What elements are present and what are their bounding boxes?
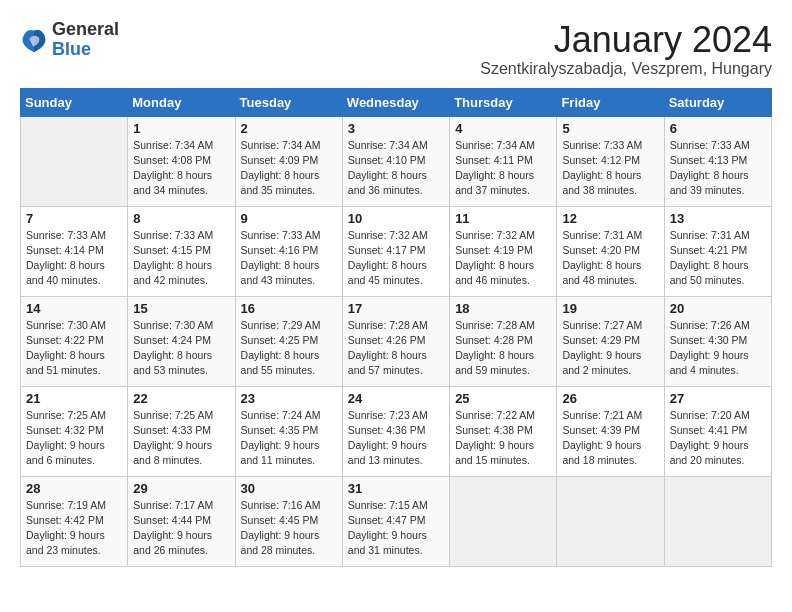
calendar-cell: 16 Sunrise: 7:29 AMSunset: 4:25 PMDaylig… — [235, 296, 342, 386]
calendar-cell: 9 Sunrise: 7:33 AMSunset: 4:16 PMDayligh… — [235, 206, 342, 296]
day-info: Sunrise: 7:28 AMSunset: 4:26 PMDaylight:… — [348, 319, 428, 377]
calendar-cell: 25 Sunrise: 7:22 AMSunset: 4:38 PMDaylig… — [450, 386, 557, 476]
day-number: 6 — [670, 121, 766, 136]
day-number: 1 — [133, 121, 229, 136]
day-number: 5 — [562, 121, 658, 136]
day-number: 17 — [348, 301, 444, 316]
calendar-cell — [21, 116, 128, 206]
calendar-cell: 18 Sunrise: 7:28 AMSunset: 4:28 PMDaylig… — [450, 296, 557, 386]
week-row-5: 28 Sunrise: 7:19 AMSunset: 4:42 PMDaylig… — [21, 476, 772, 566]
day-info: Sunrise: 7:16 AMSunset: 4:45 PMDaylight:… — [241, 499, 321, 557]
day-info: Sunrise: 7:23 AMSunset: 4:36 PMDaylight:… — [348, 409, 428, 467]
day-info: Sunrise: 7:32 AMSunset: 4:19 PMDaylight:… — [455, 229, 535, 287]
calendar-cell: 15 Sunrise: 7:30 AMSunset: 4:24 PMDaylig… — [128, 296, 235, 386]
day-info: Sunrise: 7:19 AMSunset: 4:42 PMDaylight:… — [26, 499, 106, 557]
calendar-cell — [664, 476, 771, 566]
calendar-table: Sunday Monday Tuesday Wednesday Thursday… — [20, 88, 772, 567]
calendar-cell — [450, 476, 557, 566]
day-number: 26 — [562, 391, 658, 406]
day-info: Sunrise: 7:25 AMSunset: 4:33 PMDaylight:… — [133, 409, 213, 467]
calendar-cell: 4 Sunrise: 7:34 AMSunset: 4:11 PMDayligh… — [450, 116, 557, 206]
calendar-cell: 22 Sunrise: 7:25 AMSunset: 4:33 PMDaylig… — [128, 386, 235, 476]
day-info: Sunrise: 7:32 AMSunset: 4:17 PMDaylight:… — [348, 229, 428, 287]
calendar-cell: 11 Sunrise: 7:32 AMSunset: 4:19 PMDaylig… — [450, 206, 557, 296]
day-number: 11 — [455, 211, 551, 226]
day-number: 22 — [133, 391, 229, 406]
day-number: 29 — [133, 481, 229, 496]
calendar-cell: 2 Sunrise: 7:34 AMSunset: 4:09 PMDayligh… — [235, 116, 342, 206]
day-number: 31 — [348, 481, 444, 496]
day-number: 13 — [670, 211, 766, 226]
day-info: Sunrise: 7:31 AMSunset: 4:21 PMDaylight:… — [670, 229, 750, 287]
calendar-cell: 27 Sunrise: 7:20 AMSunset: 4:41 PMDaylig… — [664, 386, 771, 476]
logo: General Blue — [20, 20, 119, 60]
day-info: Sunrise: 7:33 AMSunset: 4:15 PMDaylight:… — [133, 229, 213, 287]
logo-text: General Blue — [52, 20, 119, 60]
col-sunday: Sunday — [21, 88, 128, 116]
calendar-cell: 24 Sunrise: 7:23 AMSunset: 4:36 PMDaylig… — [342, 386, 449, 476]
page: General Blue January 2024 Szentkiralysza… — [0, 0, 792, 577]
calendar-cell: 7 Sunrise: 7:33 AMSunset: 4:14 PMDayligh… — [21, 206, 128, 296]
col-wednesday: Wednesday — [342, 88, 449, 116]
day-number: 8 — [133, 211, 229, 226]
col-tuesday: Tuesday — [235, 88, 342, 116]
calendar-cell: 23 Sunrise: 7:24 AMSunset: 4:35 PMDaylig… — [235, 386, 342, 476]
calendar-cell: 19 Sunrise: 7:27 AMSunset: 4:29 PMDaylig… — [557, 296, 664, 386]
col-thursday: Thursday — [450, 88, 557, 116]
day-number: 25 — [455, 391, 551, 406]
logo-blue: Blue — [52, 40, 119, 60]
calendar-cell: 13 Sunrise: 7:31 AMSunset: 4:21 PMDaylig… — [664, 206, 771, 296]
day-info: Sunrise: 7:15 AMSunset: 4:47 PMDaylight:… — [348, 499, 428, 557]
day-number: 27 — [670, 391, 766, 406]
calendar-cell: 26 Sunrise: 7:21 AMSunset: 4:39 PMDaylig… — [557, 386, 664, 476]
calendar-cell: 14 Sunrise: 7:30 AMSunset: 4:22 PMDaylig… — [21, 296, 128, 386]
day-number: 10 — [348, 211, 444, 226]
day-info: Sunrise: 7:34 AMSunset: 4:10 PMDaylight:… — [348, 139, 428, 197]
calendar-cell: 12 Sunrise: 7:31 AMSunset: 4:20 PMDaylig… — [557, 206, 664, 296]
day-number: 21 — [26, 391, 122, 406]
day-info: Sunrise: 7:17 AMSunset: 4:44 PMDaylight:… — [133, 499, 213, 557]
week-row-4: 21 Sunrise: 7:25 AMSunset: 4:32 PMDaylig… — [21, 386, 772, 476]
day-info: Sunrise: 7:27 AMSunset: 4:29 PMDaylight:… — [562, 319, 642, 377]
day-info: Sunrise: 7:33 AMSunset: 4:16 PMDaylight:… — [241, 229, 321, 287]
day-number: 14 — [26, 301, 122, 316]
calendar-cell: 10 Sunrise: 7:32 AMSunset: 4:17 PMDaylig… — [342, 206, 449, 296]
day-info: Sunrise: 7:26 AMSunset: 4:30 PMDaylight:… — [670, 319, 750, 377]
day-number: 20 — [670, 301, 766, 316]
day-info: Sunrise: 7:30 AMSunset: 4:22 PMDaylight:… — [26, 319, 106, 377]
week-row-3: 14 Sunrise: 7:30 AMSunset: 4:22 PMDaylig… — [21, 296, 772, 386]
calendar-cell: 21 Sunrise: 7:25 AMSunset: 4:32 PMDaylig… — [21, 386, 128, 476]
calendar-cell: 8 Sunrise: 7:33 AMSunset: 4:15 PMDayligh… — [128, 206, 235, 296]
day-info: Sunrise: 7:21 AMSunset: 4:39 PMDaylight:… — [562, 409, 642, 467]
day-number: 9 — [241, 211, 337, 226]
day-number: 16 — [241, 301, 337, 316]
location: Szentkiralyszabadja, Veszprem, Hungary — [480, 60, 772, 78]
header-row: Sunday Monday Tuesday Wednesday Thursday… — [21, 88, 772, 116]
day-info: Sunrise: 7:20 AMSunset: 4:41 PMDaylight:… — [670, 409, 750, 467]
day-number: 24 — [348, 391, 444, 406]
logo-icon — [20, 26, 48, 54]
day-info: Sunrise: 7:33 AMSunset: 4:12 PMDaylight:… — [562, 139, 642, 197]
day-info: Sunrise: 7:30 AMSunset: 4:24 PMDaylight:… — [133, 319, 213, 377]
calendar-cell: 20 Sunrise: 7:26 AMSunset: 4:30 PMDaylig… — [664, 296, 771, 386]
day-number: 12 — [562, 211, 658, 226]
day-info: Sunrise: 7:34 AMSunset: 4:08 PMDaylight:… — [133, 139, 213, 197]
col-monday: Monday — [128, 88, 235, 116]
day-number: 7 — [26, 211, 122, 226]
day-number: 28 — [26, 481, 122, 496]
calendar-cell: 17 Sunrise: 7:28 AMSunset: 4:26 PMDaylig… — [342, 296, 449, 386]
header: General Blue January 2024 Szentkiralysza… — [20, 20, 772, 78]
day-number: 18 — [455, 301, 551, 316]
calendar-cell: 6 Sunrise: 7:33 AMSunset: 4:13 PMDayligh… — [664, 116, 771, 206]
day-info: Sunrise: 7:33 AMSunset: 4:13 PMDaylight:… — [670, 139, 750, 197]
day-info: Sunrise: 7:24 AMSunset: 4:35 PMDaylight:… — [241, 409, 321, 467]
day-info: Sunrise: 7:25 AMSunset: 4:32 PMDaylight:… — [26, 409, 106, 467]
month-title: January 2024 — [480, 20, 772, 60]
calendar-cell: 31 Sunrise: 7:15 AMSunset: 4:47 PMDaylig… — [342, 476, 449, 566]
calendar-cell: 28 Sunrise: 7:19 AMSunset: 4:42 PMDaylig… — [21, 476, 128, 566]
day-number: 3 — [348, 121, 444, 136]
day-number: 19 — [562, 301, 658, 316]
day-number: 4 — [455, 121, 551, 136]
logo-general: General — [52, 20, 119, 40]
day-info: Sunrise: 7:33 AMSunset: 4:14 PMDaylight:… — [26, 229, 106, 287]
